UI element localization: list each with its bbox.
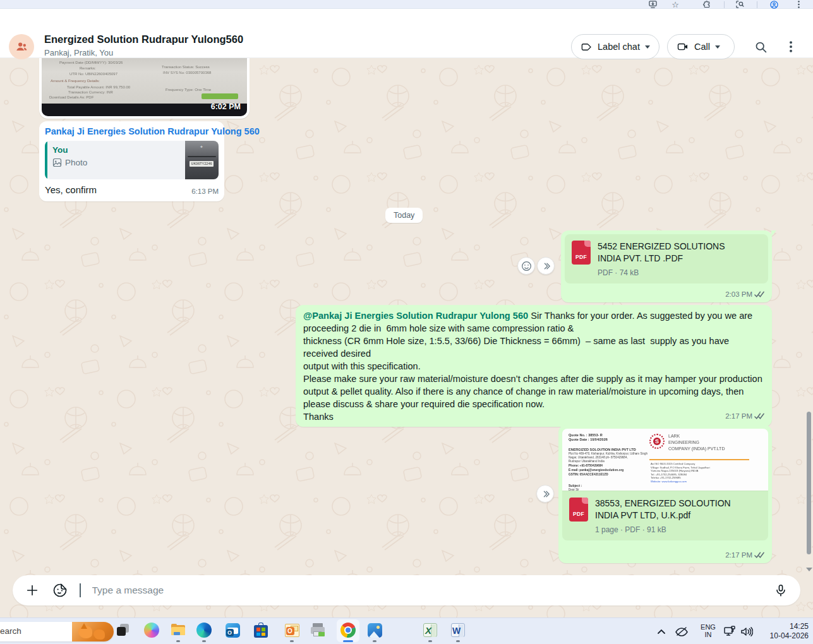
task-view-icon[interactable]: [115, 622, 131, 638]
message-time: 6:02 PM: [211, 102, 241, 111]
pdf-file-icon: PDF: [569, 498, 588, 522]
quote-author: You: [52, 145, 180, 155]
toolbar-separator: [724, 1, 725, 8]
photo-text-line: Transaction Currency: INR: [68, 90, 113, 94]
speaker-icon[interactable]: [740, 618, 753, 644]
message-composer: [13, 575, 800, 605]
scrollbar-thumb[interactable]: [807, 412, 811, 554]
call-button[interactable]: Call: [667, 34, 735, 59]
running-indicator: [290, 640, 294, 642]
message-time: 6:13 PM: [191, 188, 219, 195]
install-icon[interactable]: [647, 0, 658, 9]
photo-text-line: Payment Date (DD/MM/YY): 30/03/26: [59, 61, 123, 64]
chat-title[interactable]: Energized Solution Rudrapur Yulong560: [44, 33, 243, 45]
tray-chevron-icon[interactable]: [657, 618, 666, 644]
message-body: Sir Thanks for your order. As suggested …: [303, 311, 765, 422]
pdf-meta: 1 page · PDF · 91 kB: [595, 525, 752, 534]
message-photo-bubble[interactable]: Payment Date (DD/MM/YY): 30/03/26 Remark…: [39, 58, 250, 119]
browser-toolbar: ☆: [0, 0, 813, 9]
search-icon[interactable]: [753, 39, 768, 54]
message-time: 2:17 PM: [725, 410, 752, 422]
star-icon[interactable]: ☆: [670, 0, 681, 9]
windows-taskbar: earch O: [0, 617, 813, 644]
date-divider: Today: [385, 208, 423, 223]
payment-screenshot-photo: Payment Date (DD/MM/YY): 30/03/26 Remark…: [42, 58, 247, 116]
photo-icon: [52, 158, 62, 167]
doc-text: Quote Date : 10/04/2026: [569, 438, 608, 441]
edge-icon[interactable]: [196, 622, 212, 638]
tray-date: 10-04-2026: [768, 631, 809, 641]
quoted-message[interactable]: You Photo ✦ UK06TY2246: [45, 141, 219, 179]
doc-text: Quote No. : 38553- R: [569, 433, 603, 437]
video-call-icon: [677, 40, 689, 53]
scroll-down-arrow[interactable]: [806, 568, 812, 571]
bubble-tail: [771, 230, 776, 237]
attach-plus-icon[interactable]: [24, 582, 40, 599]
call-text: Call: [694, 42, 710, 52]
network-icon[interactable]: [723, 618, 736, 644]
microsoft-store-icon[interactable]: [253, 622, 269, 638]
message-text-bubble[interactable]: @Pankaj Ji Energies Solution Rudrapur Yu…: [296, 305, 772, 427]
copilot-icon[interactable]: [143, 622, 160, 638]
excel-icon[interactable]: X: [422, 622, 438, 638]
doc-text: Dear Sir: [569, 488, 579, 491]
doc-text: COMPANY (INDIA) PVT.LTD: [668, 446, 725, 451]
doc-text: Subject :: [569, 484, 582, 487]
extensions-icon[interactable]: [701, 0, 713, 9]
profile-icon[interactable]: [768, 0, 780, 9]
search-text: earch: [0, 626, 21, 636]
word-icon[interactable]: W: [450, 622, 466, 638]
react-emoji-button[interactable]: [517, 257, 535, 275]
chat-header: Energized Solution Rudrapur Yulong560 Pa…: [0, 9, 813, 58]
sticker-icon[interactable]: [52, 582, 68, 599]
eye-slash-icon[interactable]: [675, 618, 689, 644]
sender-name[interactable]: Pankaj Ji Energies Solution Rudrapur Yul…: [45, 126, 219, 136]
photo-text-line: Download Details As: PDF: [49, 95, 93, 99]
tray-time: 14:25: [768, 622, 809, 631]
text-caret: [80, 583, 81, 597]
outlook-new-icon[interactable]: O: [224, 622, 241, 638]
chevron-down-icon: [715, 45, 720, 49]
mention-link[interactable]: @Pankaj Ji Energies Solution Rudrapur Yu…: [303, 311, 528, 321]
search-highlight-image: [72, 622, 114, 641]
delivered-checks-icon: [754, 291, 765, 298]
doc-text: Plot No 469-470, Kishanpur, Kichha, Kish…: [569, 452, 647, 455]
delivered-checks-icon: [754, 552, 765, 559]
photo-text-line: Total Payable Amount: INR 99,750.00: [67, 85, 130, 89]
chrome-icon[interactable]: [340, 622, 356, 638]
running-indicator: [456, 640, 460, 642]
running-indicator: [176, 640, 180, 642]
chat-menu-icon[interactable]: [783, 39, 798, 54]
lens-icon[interactable]: [734, 0, 745, 9]
message-reply-bubble[interactable]: Pankaj Ji Energies Solution Rudrapur Yul…: [39, 121, 224, 201]
label-chat-button[interactable]: Label chat: [571, 34, 659, 59]
doc-text: Yamuna Nagar-135003 (Haryana) INDIA: [651, 469, 698, 472]
pdf-preview-image[interactable]: Quote No. : 38553- R Quote Date : 10/04/…: [562, 429, 768, 491]
file-explorer-icon[interactable]: [170, 622, 186, 638]
doc-text: ENERGIZED SOLOUTION INDIA PVT LTD: [569, 448, 636, 451]
taskbar-search[interactable]: earch: [0, 622, 114, 641]
mic-icon[interactable]: [773, 582, 789, 599]
outlook-classic-icon[interactable]: O: [284, 622, 300, 638]
toolbar-separator: [757, 1, 757, 8]
running-indicator: [428, 640, 432, 642]
language-indicator[interactable]: ENGIN: [699, 618, 718, 644]
message-pdf-bubble[interactable]: PDF 5452 ENERGIZED SOLUTIONS INDIA PVT. …: [561, 230, 772, 302]
message-pdf-preview-bubble[interactable]: Quote No. : 38553- R Quote Date : 10/04/…: [558, 425, 772, 563]
printer-icon[interactable]: [310, 622, 327, 638]
forward-button[interactable]: [536, 485, 554, 503]
clock[interactable]: 14:25 10-04-2026: [768, 618, 809, 644]
message-input[interactable]: [92, 585, 762, 596]
doc-text: Website: www.larkenggco.com: [651, 480, 687, 483]
doc-text: Village: Sudhail, P.O Khera Farm, Tehsil…: [651, 466, 710, 469]
forward-button[interactable]: [537, 257, 555, 275]
photos-icon[interactable]: [366, 622, 383, 638]
doc-text: Nagar, Uttarakhand, 263148 ph- 875042968…: [569, 456, 628, 459]
pdf-attachment[interactable]: PDF 38553, ENERGIZED SOLOUTION INDIA PVT…: [562, 491, 768, 540]
browser-menu-icon[interactable]: [794, 0, 803, 9]
doc-text: Telefax +91-1732-259685: [651, 476, 681, 479]
chat-participants[interactable]: Pankaj, Pratik, You: [44, 48, 113, 57]
group-avatar[interactable]: [9, 34, 34, 59]
pdf-attachment[interactable]: PDF 5452 ENERGIZED SOLUTIONS INDIA PVT. …: [565, 234, 768, 283]
running-indicator: [373, 640, 376, 642]
